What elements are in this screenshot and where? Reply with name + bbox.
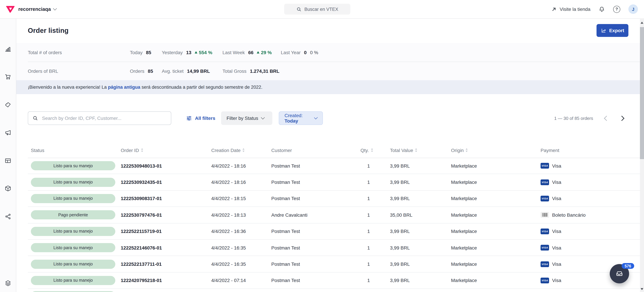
total-value-cell: 35,00 BRL bbox=[390, 212, 451, 218]
metric-orders: Orders 85 bbox=[130, 68, 153, 74]
scroll-down-arrow[interactable] bbox=[640, 288, 643, 290]
welcome-banner: ¡Bienvenido a la nueva experiencia! La p… bbox=[16, 80, 640, 94]
order-search-input[interactable] bbox=[41, 115, 166, 121]
all-filters-button[interactable]: All filters bbox=[186, 111, 215, 125]
vertical-scrollbar bbox=[640, 18, 644, 292]
column-header-origin[interactable]: Origin bbox=[451, 147, 540, 153]
visa-card-icon: VISA bbox=[540, 261, 549, 267]
payment-cell: VISAVisa bbox=[540, 196, 640, 201]
column-header-order-id[interactable]: Order ID bbox=[121, 147, 211, 153]
previous-page-button[interactable] bbox=[604, 116, 609, 121]
table-row[interactable]: Listo para su manejo1222530948013-014/4/… bbox=[28, 158, 640, 174]
scroll-up-arrow[interactable] bbox=[640, 22, 643, 24]
sidebar-item-catalog[interactable] bbox=[4, 185, 12, 192]
sidebar-item-storefront[interactable] bbox=[4, 157, 12, 164]
sidebar-item-promotions[interactable] bbox=[4, 101, 12, 108]
sidebar-item-orders[interactable] bbox=[4, 73, 12, 80]
banner-text: ¡Bienvenido a la nueva experiencia! La p… bbox=[28, 85, 262, 90]
stat-row-orders-brl: Orders of BRL Orders 85 Avg. ticket 14,9… bbox=[16, 62, 644, 80]
table-row[interactable]: Listo para su manejo bbox=[28, 289, 640, 292]
table-row[interactable]: Listo para su manejo1222522115719-014/4/… bbox=[28, 223, 640, 240]
creation-date-cell: 4/4/2022 - 18:15 bbox=[211, 196, 271, 201]
global-search[interactable]: Buscar en VTEX bbox=[284, 4, 350, 14]
order-id-cell: 1222522146076-01 bbox=[121, 245, 211, 250]
sidebar-item-apps[interactable] bbox=[4, 280, 12, 287]
metric-avg-ticket: Avg. ticket 14,99 BRL bbox=[162, 68, 210, 74]
table-row[interactable]: Listo para su manejo1222522146076-014/4/… bbox=[28, 240, 640, 256]
customer-cell: Andre Cavalcanti bbox=[271, 212, 360, 218]
origin-cell: Marketplace bbox=[451, 179, 540, 185]
origin-cell: Marketplace bbox=[451, 245, 540, 250]
customer-cell: Postman Test bbox=[271, 278, 360, 283]
search-icon bbox=[296, 6, 301, 12]
metric-last-year: Last Year 0 0 % bbox=[281, 50, 318, 55]
table-row[interactable]: Pago pendiente1222530797476-014/4/2022 -… bbox=[28, 207, 640, 223]
page-title: Order listing bbox=[28, 27, 68, 34]
payment-label: Visa bbox=[552, 245, 561, 250]
table-header-row: StatusOrder IDCreation DateCustomerQty.T… bbox=[28, 143, 640, 158]
sidebar-item-integrations[interactable] bbox=[4, 213, 12, 220]
account-switcher[interactable]: recorrenciaqa bbox=[18, 0, 56, 18]
origin-cell: Marketplace bbox=[451, 163, 540, 168]
chevron-down-icon bbox=[261, 116, 265, 120]
cube-icon bbox=[4, 185, 12, 192]
status-badge: Listo para su manejo bbox=[31, 243, 115, 252]
column-header-total-value[interactable]: Total Value bbox=[390, 147, 451, 153]
visit-store-button[interactable]: Visite la tienda bbox=[552, 6, 590, 12]
status-badge: Listo para su manejo bbox=[31, 161, 115, 170]
scrollbar-thumb[interactable] bbox=[640, 27, 644, 159]
notifications-button[interactable] bbox=[598, 6, 605, 12]
quantity-cell: 1 bbox=[360, 196, 390, 201]
quantity-cell: 1 bbox=[360, 261, 390, 267]
status-filter-label: Filter by Status bbox=[226, 116, 258, 121]
banner-text-after: será descontinuada a partir del segundo … bbox=[140, 85, 262, 90]
vtex-logo-icon bbox=[6, 5, 15, 13]
visa-card-icon: VISA bbox=[540, 229, 549, 234]
column-label: Total Value bbox=[390, 147, 413, 153]
origin-cell: Marketplace bbox=[451, 261, 540, 267]
sort-arrows-icon bbox=[243, 148, 245, 152]
export-button[interactable]: Export bbox=[596, 24, 628, 37]
quantity-cell: 1 bbox=[360, 229, 390, 234]
old-page-link[interactable]: página antigua bbox=[108, 85, 140, 90]
payment-label: Visa bbox=[552, 163, 561, 168]
payment-label: Boleto Bancário bbox=[552, 212, 586, 218]
table-row[interactable]: Listo para su manejo1222420795218-014/4/… bbox=[28, 272, 640, 289]
delta-value: 29 % bbox=[261, 50, 272, 55]
visit-store-label: Visite la tienda bbox=[560, 6, 590, 12]
order-search-box bbox=[28, 111, 171, 125]
table-row[interactable]: Listo para su manejo1222530908317-014/4/… bbox=[28, 191, 640, 207]
sliders-icon bbox=[186, 115, 192, 121]
global-search-placeholder: Buscar en VTEX bbox=[304, 6, 338, 12]
payment-cell: VISAVisa bbox=[540, 179, 640, 185]
origin-cell: Marketplace bbox=[451, 212, 540, 218]
table-row[interactable]: Listo para su manejo1222530932435-014/4/… bbox=[28, 174, 640, 191]
order-id-cell: 1222420795218-01 bbox=[121, 278, 211, 283]
metric-total-gross: Total Gross 1.274,31 BRL bbox=[222, 68, 280, 74]
stats-section: Total # of orders Today 85 Yesterday 13 … bbox=[16, 43, 644, 80]
help-button[interactable]: ? bbox=[613, 5, 620, 13]
inbox-tray-icon bbox=[615, 269, 624, 278]
total-value-cell: 3,99 BRL bbox=[390, 278, 451, 283]
next-page-button[interactable] bbox=[619, 116, 624, 121]
column-header-creation-date[interactable]: Creation Date bbox=[211, 147, 271, 153]
column-label: Origin bbox=[451, 147, 464, 153]
payment-cell: Boleto Bancário bbox=[540, 212, 640, 218]
filter-by-status-dropdown[interactable]: Filter by Status bbox=[221, 111, 272, 125]
sidebar-item-analytics[interactable] bbox=[4, 45, 12, 52]
layers-icon bbox=[4, 280, 12, 287]
column-label: Order ID bbox=[121, 147, 139, 153]
status-badge: Listo para su manejo bbox=[31, 276, 115, 285]
customer-cell: Postman Test bbox=[271, 229, 360, 234]
topbar: recorrenciaqa Buscar en VTEX Visite la t… bbox=[0, 0, 644, 19]
created-filter-dropdown[interactable]: Created: Today bbox=[279, 111, 323, 125]
table-row[interactable]: Listo para su manejo1222522137711-014/4/… bbox=[28, 256, 640, 273]
order-listing-page: recorrenciaqa Buscar en VTEX Visite la t… bbox=[0, 0, 644, 292]
sidebar-item-marketing[interactable] bbox=[4, 129, 12, 136]
status-badge: Listo para su manejo bbox=[31, 177, 115, 187]
column-label: Creation Date bbox=[211, 147, 240, 153]
creation-date-cell: 4/4/2022 - 16:35 bbox=[211, 261, 271, 267]
column-header-qty[interactable]: Qty. bbox=[360, 147, 390, 153]
pagination: 1 — 30 of 85 orders bbox=[554, 111, 624, 125]
user-avatar[interactable]: J bbox=[628, 4, 638, 14]
